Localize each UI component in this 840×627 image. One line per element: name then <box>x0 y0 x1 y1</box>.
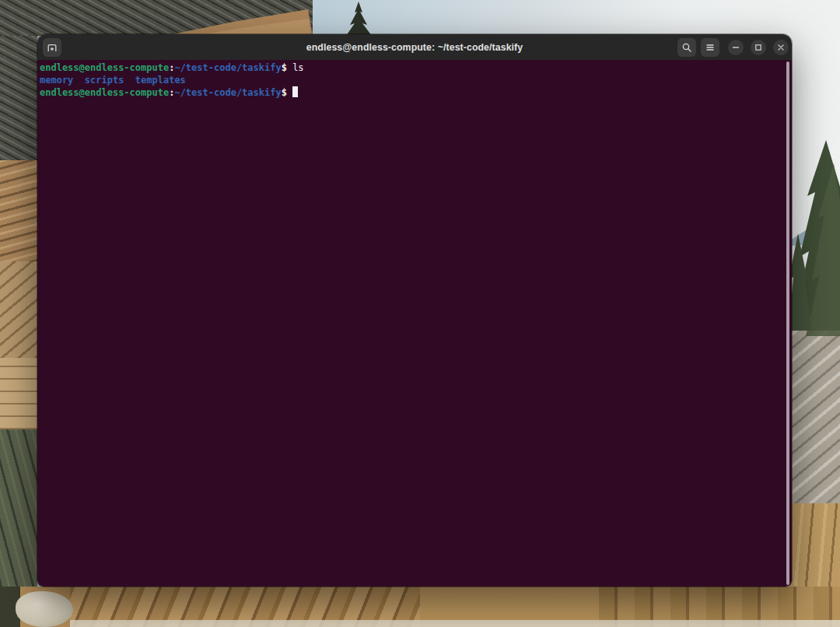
maximize-button[interactable] <box>751 40 766 55</box>
wallpaper-bottom-white-rock <box>16 591 73 627</box>
close-button[interactable] <box>773 40 789 55</box>
wallpaper-sky-corner <box>0 0 26 23</box>
terminal-line-ls-output: memory scripts templates <box>40 75 792 87</box>
wallpaper-diagonal-planks-left <box>0 261 37 358</box>
prompt-path: ~/test-code/taskify <box>174 87 281 98</box>
wallpaper-bottom-light-edge <box>70 620 840 627</box>
minimize-button[interactable] <box>728 40 744 55</box>
wallpaper-moss-shingles-left <box>0 429 37 587</box>
close-icon <box>775 42 786 53</box>
menu-icon <box>704 41 716 54</box>
prompt-symbol: $ <box>282 87 287 98</box>
new-tab-button[interactable] <box>43 38 61 57</box>
wallpaper-branches-top <box>0 0 313 36</box>
prompt-user-host: endless@endless-compute <box>40 62 169 73</box>
terminal-line-current-prompt: endless@endless-compute:~/test-code/task… <box>40 86 792 99</box>
prompt-path: ~/test-code/taskify <box>174 62 281 73</box>
search-icon <box>681 41 693 54</box>
wallpaper-planks-left <box>0 358 37 429</box>
terminal-cursor <box>292 86 299 97</box>
terminal-screen[interactable]: endless@endless-compute:~/test-code/task… <box>37 60 792 587</box>
wallpaper-branches-left <box>0 36 37 160</box>
terminal-scrollbar[interactable] <box>786 61 789 585</box>
wallpaper-bottom-sand <box>420 587 614 627</box>
wallpaper-rocks-right <box>789 323 840 503</box>
terminal-line-prompt-ls: endless@endless-compute:~/test-code/task… <box>40 62 792 75</box>
wallpaper-bottom-planks <box>70 587 436 627</box>
wallpaper-bottom-ground <box>0 587 840 627</box>
wallpaper-bottom-vertical-planks <box>599 587 840 627</box>
minimize-icon <box>730 42 741 53</box>
prompt-symbol: $ <box>282 62 287 73</box>
wallpaper-shingles-left <box>0 160 37 261</box>
desktop: endless@endless-compute: ~/test-code/tas… <box>0 0 840 627</box>
titlebar[interactable]: endless@endless-compute: ~/test-code/tas… <box>37 34 792 60</box>
new-tab-icon <box>46 41 58 54</box>
search-button[interactable] <box>677 38 696 57</box>
wallpaper-bottom-shadow <box>0 587 20 627</box>
typed-command: ls <box>287 62 304 73</box>
menu-button[interactable] <box>701 38 719 57</box>
maximize-icon <box>753 42 764 53</box>
prompt-user-host: endless@endless-compute <box>40 87 169 98</box>
wallpaper-wood-right <box>789 503 840 627</box>
terminal-window: endless@endless-compute: ~/test-code/tas… <box>37 34 792 587</box>
